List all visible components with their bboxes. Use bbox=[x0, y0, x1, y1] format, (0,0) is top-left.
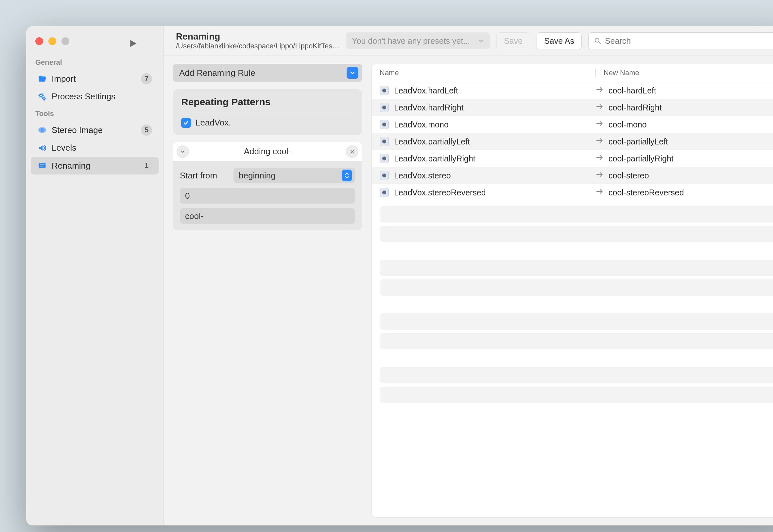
arrow-right-icon bbox=[596, 85, 609, 96]
save-as-button[interactable]: Save As bbox=[537, 32, 582, 49]
sidebar: GeneralImport7Process SettingsToolsStere… bbox=[26, 26, 163, 525]
svg-point-8 bbox=[382, 106, 386, 109]
svg-point-1 bbox=[43, 97, 45, 99]
arrow-right-icon bbox=[596, 136, 609, 147]
toolbar: Renaming /Users/fabianklinke/codespace/L… bbox=[163, 26, 773, 56]
svg-line-6 bbox=[599, 42, 600, 43]
svg-point-5 bbox=[595, 38, 599, 42]
empty-row bbox=[379, 333, 773, 349]
speaker-icon bbox=[37, 143, 47, 153]
add-rule-dropdown[interactable]: Add Renaming Rule bbox=[173, 64, 362, 82]
sidebar-item-renaming[interactable]: Renaming1 bbox=[31, 157, 159, 175]
pattern-row[interactable]: LeadVox. bbox=[181, 113, 354, 128]
empty-row bbox=[379, 279, 773, 296]
sidebar-item-badge: 7 bbox=[141, 73, 152, 84]
empty-rows-area bbox=[372, 201, 773, 408]
sidebar-section-label: Tools bbox=[26, 106, 163, 121]
new-file-name: cool-hardLeft bbox=[609, 86, 656, 95]
sidebar-item-label: Renaming bbox=[52, 161, 136, 171]
sidebar-item-import[interactable]: Import7 bbox=[31, 70, 159, 88]
main-panel: Renaming /Users/fabianklinke/codespace/L… bbox=[163, 26, 773, 525]
arrow-right-icon bbox=[596, 102, 609, 113]
file-icon bbox=[379, 188, 389, 197]
file-icon bbox=[379, 120, 389, 129]
text-field[interactable]: cool- bbox=[180, 208, 355, 224]
file-icon bbox=[379, 137, 389, 146]
play-button[interactable] bbox=[124, 35, 141, 52]
preset-dropdown[interactable]: You don't have any presets yet... bbox=[346, 32, 490, 49]
file-icon bbox=[379, 86, 389, 95]
file-path: /Users/fabianklinke/codespace/Lippo/Lipp… bbox=[176, 42, 339, 50]
new-file-name: cool-hardRight bbox=[609, 103, 662, 112]
table-row[interactable]: LeadVox.stereoReversedcool-stereoReverse… bbox=[372, 184, 773, 201]
index-value: 0 bbox=[185, 191, 190, 201]
sidebar-item-levels[interactable]: Levels bbox=[31, 140, 159, 156]
preview-table: Name New Name LeadVox.hardLeftcool-hardL… bbox=[371, 64, 773, 518]
content-area: Add Renaming Rule Repeating Patterns Lea… bbox=[163, 56, 773, 525]
table-row[interactable]: LeadVox.monocool-mono bbox=[372, 116, 773, 133]
arrow-right-icon bbox=[596, 119, 609, 130]
remove-rule-button[interactable] bbox=[346, 145, 358, 158]
arrow-right-icon bbox=[596, 187, 609, 198]
rule-card: Adding cool- Start from beginning bbox=[173, 142, 362, 230]
close-window-button[interactable] bbox=[35, 37, 43, 45]
svg-point-9 bbox=[382, 123, 386, 126]
sidebar-item-stereo-image[interactable]: Stereo Image5 bbox=[31, 121, 159, 139]
table-row[interactable]: LeadVox.stereocool-stereo bbox=[372, 167, 773, 184]
empty-row bbox=[379, 387, 773, 403]
file-name: LeadVox.partiallyLeft bbox=[394, 137, 596, 146]
file-name: LeadVox.mono bbox=[394, 120, 596, 129]
table-row[interactable]: LeadVox.hardLeftcool-hardLeft bbox=[372, 82, 773, 99]
column-divider bbox=[596, 69, 596, 77]
empty-row bbox=[379, 313, 773, 330]
col-name: Name bbox=[379, 69, 596, 77]
patterns-title: Repeating Patterns bbox=[181, 96, 354, 108]
minimize-window-button[interactable] bbox=[48, 37, 56, 45]
file-name: LeadVox.partiallyRight bbox=[394, 154, 596, 163]
page-title: Renaming bbox=[176, 31, 339, 42]
text-value: cool- bbox=[185, 211, 203, 221]
file-icon bbox=[379, 154, 389, 163]
svg-point-10 bbox=[382, 140, 386, 143]
index-field[interactable]: 0 bbox=[180, 188, 355, 204]
sidebar-item-label: Process Settings bbox=[52, 91, 152, 102]
arrow-right-icon bbox=[596, 153, 609, 164]
empty-row-pair bbox=[372, 206, 773, 242]
table-row[interactable]: LeadVox.hardRightcool-hardRight bbox=[372, 99, 773, 116]
rename-icon bbox=[37, 161, 47, 171]
search-field[interactable] bbox=[588, 32, 773, 49]
empty-row-pair bbox=[372, 313, 773, 349]
stereo-icon bbox=[37, 125, 47, 135]
table-row[interactable]: LeadVox.partiallyLeftcool-partiallyLeft bbox=[372, 133, 773, 150]
table-row[interactable]: LeadVox.partiallyRightcool-partiallyRigh… bbox=[372, 150, 773, 167]
empty-row-pair bbox=[372, 367, 773, 403]
chevron-down-icon bbox=[180, 149, 186, 155]
save-button[interactable]: Save bbox=[496, 32, 530, 49]
sidebar-item-process-settings[interactable]: Process Settings bbox=[31, 88, 159, 105]
rule-header: Adding cool- bbox=[173, 142, 362, 161]
arrow-right-icon bbox=[596, 170, 609, 181]
checkbox-checked-icon[interactable] bbox=[181, 118, 191, 128]
chevron-down-icon bbox=[478, 38, 484, 44]
sidebar-item-label: Levels bbox=[52, 143, 152, 153]
empty-row-pair bbox=[372, 260, 773, 296]
rule-title: Adding cool- bbox=[193, 146, 342, 157]
zoom-window-button[interactable] bbox=[61, 37, 69, 45]
collapse-rule-button[interactable] bbox=[176, 145, 189, 158]
svg-point-12 bbox=[382, 174, 386, 177]
sidebar-section-label: General bbox=[26, 54, 163, 69]
app-window: GeneralImport7Process SettingsToolsStere… bbox=[26, 26, 773, 525]
file-name: LeadVox.hardRight bbox=[394, 103, 596, 112]
new-file-name: cool-stereo bbox=[609, 171, 649, 180]
pattern-text: LeadVox. bbox=[195, 118, 231, 128]
empty-row bbox=[379, 260, 773, 276]
new-file-name: cool-partiallyRight bbox=[609, 154, 674, 163]
empty-row bbox=[379, 226, 773, 242]
start-from-select[interactable]: beginning bbox=[233, 168, 355, 183]
svg-rect-4 bbox=[39, 163, 46, 168]
table-header: Name New Name bbox=[372, 64, 773, 82]
svg-point-3 bbox=[41, 127, 46, 133]
search-input[interactable] bbox=[605, 36, 773, 46]
empty-row bbox=[379, 367, 773, 383]
sidebar-item-badge: 1 bbox=[141, 160, 152, 171]
